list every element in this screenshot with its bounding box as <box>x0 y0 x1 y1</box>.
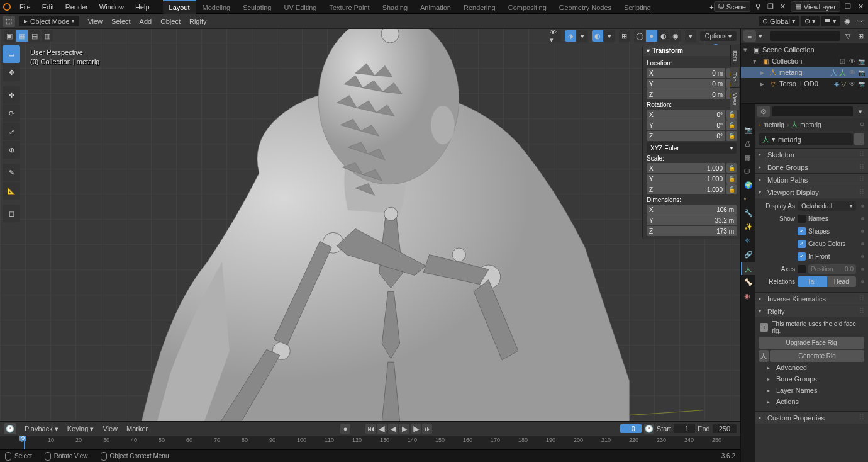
pin-icon[interactable]: ⚲ <box>860 121 864 128</box>
prop-tab-bone[interactable]: 🦴 <box>741 276 755 289</box>
rot-z-field[interactable]: Z0° <box>647 131 725 141</box>
prop-tab-armature[interactable]: 人 <box>741 262 755 275</box>
viewport-menu-rigify[interactable]: Rigify <box>185 16 211 27</box>
axes-position-field[interactable]: Position0.0 <box>808 264 856 274</box>
torso-row[interactable]: ▸ ▽ Torso_LOD0 ◈▽ 👁📷 <box>741 78 868 89</box>
timeline-menu-marker[interactable]: Marker <box>122 423 152 435</box>
n-tab-item[interactable]: Item <box>730 45 740 67</box>
tool-move[interactable]: ✢ <box>3 86 20 104</box>
layer-names-sub-header[interactable]: ▸Layer Names <box>759 385 864 396</box>
prop-tab-viewlayer[interactable]: ▦ <box>741 151 755 164</box>
prop-tab-render[interactable]: 📷 <box>741 123 755 137</box>
viewport-menu-select[interactable]: Select <box>107 16 135 27</box>
outliner-display-mode[interactable]: ▾ <box>759 32 767 40</box>
select-mode-face2[interactable]: ▥ <box>42 30 53 42</box>
viewlayer-selector[interactable]: ▤ ViewLayer <box>791 1 840 12</box>
outliner-search-input[interactable] <box>770 31 840 41</box>
menu-help[interactable]: Help <box>130 1 155 13</box>
play-reverse-button[interactable]: ◀ <box>388 424 398 434</box>
fake-user-toggle[interactable] <box>854 133 864 145</box>
frame-range-toggle[interactable]: 🕐 <box>644 424 654 434</box>
current-frame-field[interactable]: 0 <box>620 424 642 433</box>
timeline-ruler[interactable]: 0 01020304050607080901001101201301401501… <box>0 436 740 449</box>
tool-transform[interactable]: ⊕ <box>3 141 20 159</box>
workspace-tab-shading[interactable]: Shading <box>376 0 414 14</box>
shading-dropdown[interactable]: ▾ <box>685 30 696 42</box>
outliner-new-collection[interactable]: ⊞ <box>855 31 865 41</box>
scene-pin-icon[interactable]: ⚲ <box>753 2 763 12</box>
workspace-tab-modeling[interactable]: Modeling <box>196 0 237 14</box>
outliner-type-button[interactable]: ≡ <box>743 30 756 42</box>
tool-cursor[interactable]: ✥ <box>3 64 20 81</box>
outliner-filter-button[interactable]: ▽ <box>843 31 853 41</box>
scene-new-icon[interactable]: ❐ <box>765 2 776 12</box>
ik-panel-header[interactable]: ▸Inverse Kinematics⠿ <box>755 292 868 305</box>
show-in-front-checkbox[interactable] <box>798 252 806 261</box>
jump-next-key-button[interactable]: |▶ <box>411 424 421 434</box>
timeline-menu-view[interactable]: View <box>98 423 122 435</box>
timeline-menu-playback[interactable]: Playback ▾ <box>20 423 63 435</box>
display-as-anim[interactable] <box>861 205 864 208</box>
timeline-editor-type[interactable]: 🕐 <box>4 423 16 434</box>
generate-rig-button[interactable]: Generate Rig <box>770 350 864 362</box>
auto-key-toggle[interactable]: ● <box>340 424 350 434</box>
workspace-tab-animation[interactable]: Animation <box>414 0 457 14</box>
jump-end-button[interactable]: ⏭ <box>422 424 432 434</box>
dim-x-field[interactable]: X106 m <box>647 205 737 215</box>
select-mode-face[interactable]: ▤ <box>29 30 40 42</box>
loc-x-field[interactable]: X0 m <box>647 68 725 78</box>
prop-tab-modifier[interactable]: 🔧 <box>741 206 755 220</box>
menu-edit[interactable]: Edit <box>36 1 60 13</box>
menu-file[interactable]: File <box>14 1 36 13</box>
collection-row[interactable]: ▾ ▣ Collection ☑👁📷 <box>741 55 868 67</box>
editor-type-button[interactable]: ⬚ <box>3 16 15 27</box>
3d-viewport[interactable] <box>0 29 740 421</box>
outliner-tree[interactable]: ▾▣ Scene Collection ▾ ▣ Collection ☑👁📷 ▸… <box>741 43 868 103</box>
prop-tab-world[interactable]: 🌍 <box>741 179 755 192</box>
shading-rendered[interactable]: ◉ <box>670 30 681 42</box>
prop-tab-constraints[interactable]: 🔗 <box>741 248 755 261</box>
prop-tab-scene[interactable]: ⛁ <box>741 165 755 178</box>
rot-x-field[interactable]: X0° <box>647 110 725 120</box>
mode-dropdown[interactable]: ▸ Object Mode ▾ <box>19 16 79 26</box>
relations-head-button[interactable]: Head <box>827 276 857 287</box>
jump-prev-key-button[interactable]: ◀| <box>377 424 387 434</box>
scale-z-field[interactable]: Z1.000 <box>647 184 725 194</box>
loc-z-field[interactable]: Z0 m <box>647 89 725 99</box>
armature-name-field[interactable]: 人▾ metarig <box>759 133 853 145</box>
tool-scale[interactable]: ⤢ <box>3 123 20 140</box>
rot-y-lock[interactable]: 🔓 <box>726 120 737 130</box>
prop-tab-particles[interactable]: ✨ <box>741 220 755 234</box>
n-tab-tool[interactable]: Tool <box>730 67 739 88</box>
skeleton-panel-header[interactable]: ▸Skeleton⠿ <box>755 148 868 161</box>
relations-anim[interactable] <box>861 280 864 283</box>
tool-measure[interactable]: 📐 <box>3 182 20 200</box>
axes-checkbox[interactable] <box>798 265 806 273</box>
rot-y-field[interactable]: Y0° <box>647 120 725 130</box>
show-names-anim[interactable] <box>861 217 864 220</box>
workspace-tab-sculpting[interactable]: Sculpting <box>236 0 277 14</box>
scene-delete-icon[interactable]: ✕ <box>778 2 788 12</box>
upgrade-face-rig-button[interactable]: Upgrade Face Rig <box>759 337 864 349</box>
show-names-checkbox[interactable] <box>798 215 806 223</box>
workspace-tab-layout[interactable]: Layout <box>163 0 196 14</box>
play-button[interactable]: ▶ <box>399 424 409 434</box>
scale-x-field[interactable]: X1.000 <box>647 163 725 173</box>
viewport-menu-add[interactable]: Add <box>135 16 157 27</box>
show-shapes-checkbox[interactable] <box>798 227 806 235</box>
properties-type-button[interactable]: ⚙ <box>757 106 770 117</box>
proportional-edit-toggle[interactable]: ◉ <box>842 16 853 27</box>
rot-z-lock[interactable]: 🔓 <box>726 131 737 141</box>
dim-z-field[interactable]: Z173 m <box>647 226 737 236</box>
gizmo-toggle[interactable]: ⬗ <box>565 30 576 42</box>
viewport-menu-object[interactable]: Object <box>156 16 185 27</box>
loc-y-field[interactable]: Y0 m <box>647 79 725 89</box>
viewport-menu-view[interactable]: View <box>83 16 107 27</box>
metarig-row[interactable]: ▸ 人 metarig 人人 👁📷 <box>741 67 868 78</box>
show-group-colors-checkbox[interactable] <box>798 240 806 248</box>
transform-panel-header[interactable]: ▾ Transform⠿ <box>643 45 740 56</box>
actions-sub-header[interactable]: ▸Actions <box>759 396 864 407</box>
rigify-panel-header[interactable]: ▾Rigify⠿ <box>755 305 868 317</box>
prop-tab-material[interactable]: ◉ <box>741 290 755 303</box>
scale-z-lock[interactable]: 🔓 <box>726 184 737 194</box>
